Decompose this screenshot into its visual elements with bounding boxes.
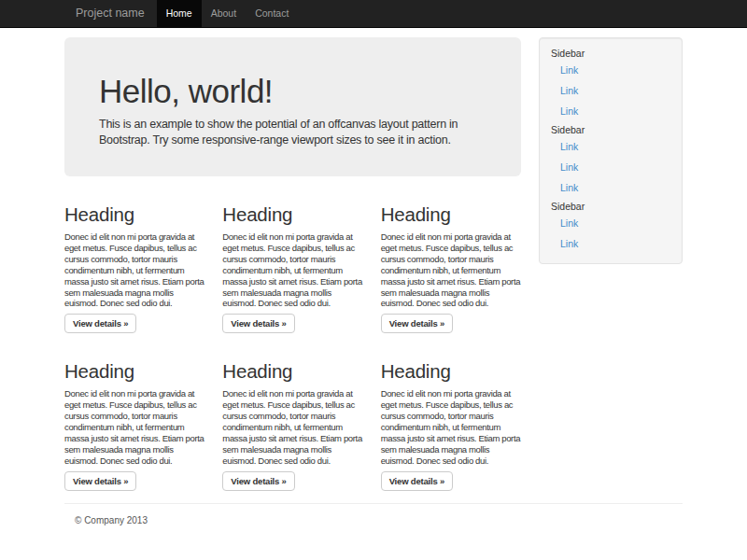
view-details-button-5[interactable]: View details » — [222, 471, 294, 491]
feature-body: Donec id elit non mi porta gravida at eg… — [64, 388, 205, 466]
feature-card-3: Heading Donec id elit non mi porta gravi… — [381, 203, 539, 333]
sidebar-group-2-header: Sidebar — [551, 124, 674, 136]
view-details-button-2[interactable]: View details » — [222, 314, 294, 333]
jumbotron: Hello, world! This is an example to show… — [64, 37, 521, 176]
feature-heading: Heading — [381, 359, 522, 383]
copyright-text: © Company 2013 — [64, 515, 683, 525]
view-details-button-3[interactable]: View details » — [381, 314, 453, 333]
view-details-button-4[interactable]: View details » — [64, 471, 136, 491]
sidebar-link-5[interactable]: Link — [551, 157, 674, 177]
sidebar-link-3[interactable]: Link — [551, 101, 674, 121]
feature-card-6: Heading Donec id elit non mi porta gravi… — [381, 359, 539, 490]
sidebar-link-4[interactable]: Link — [551, 136, 674, 157]
footer-divider — [64, 503, 683, 504]
feature-body: Donec id elit non mi porta gravida at eg… — [222, 231, 363, 309]
feature-card-5: Heading Donec id elit non mi porta gravi… — [222, 359, 380, 490]
feature-heading: Heading — [222, 203, 363, 226]
jumbotron-description: This is an example to show the potential… — [99, 117, 486, 148]
feature-card-4: Heading Donec id elit non mi porta gravi… — [64, 359, 222, 490]
feature-card-1: Heading Donec id elit non mi porta gravi… — [64, 203, 222, 333]
footer: © Company 2013 — [64, 515, 683, 525]
feature-heading: Heading — [64, 203, 205, 226]
navbar-menu: Home About Contact — [157, 0, 299, 27]
sidebar-link-2[interactable]: Link — [551, 80, 674, 101]
nav-item-contact[interactable]: Contact — [246, 0, 298, 27]
sidebar: Sidebar Link Link Link Sidebar Link Link… — [539, 28, 683, 491]
sidebar-link-6[interactable]: Link — [551, 177, 674, 198]
feature-row-1: Heading Donec id elit non mi porta gravi… — [64, 203, 539, 333]
feature-body: Donec id elit non mi porta gravida at eg… — [64, 231, 205, 309]
sidebar-link-8[interactable]: Link — [551, 233, 674, 254]
feature-card-2: Heading Donec id elit non mi porta gravi… — [222, 203, 380, 333]
feature-row-2: Heading Donec id elit non mi porta gravi… — [64, 359, 539, 490]
page-title: Hello, world! — [99, 73, 486, 110]
view-details-button-6[interactable]: View details » — [381, 471, 453, 491]
feature-heading: Heading — [64, 359, 205, 383]
main-content: Hello, world! This is an example to show… — [64, 28, 539, 491]
sidebar-link-7[interactable]: Link — [551, 213, 674, 233]
feature-body: Donec id elit non mi porta gravida at eg… — [381, 231, 522, 309]
feature-body: Donec id elit non mi porta gravida at eg… — [381, 388, 522, 466]
sidebar-group-3-header: Sidebar — [551, 201, 674, 213]
feature-body: Donec id elit non mi porta gravida at eg… — [222, 388, 363, 466]
brand-link[interactable]: Project name — [64, 0, 156, 27]
feature-heading: Heading — [222, 359, 363, 383]
feature-heading: Heading — [381, 203, 522, 226]
page-container: Hello, world! This is an example to show… — [64, 28, 683, 525]
sidebar-link-1[interactable]: Link — [551, 60, 674, 80]
sidebar-group-1-header: Sidebar — [551, 48, 674, 60]
nav-item-about[interactable]: About — [202, 0, 246, 27]
view-details-button-1[interactable]: View details » — [64, 314, 136, 333]
sidebar-nav: Sidebar Link Link Link Sidebar Link Link… — [551, 48, 674, 254]
navbar-container: Project name Home About Contact — [64, 0, 683, 27]
sidebar-well: Sidebar Link Link Link Sidebar Link Link… — [539, 37, 683, 264]
navbar: Project name Home About Contact — [0, 0, 747, 28]
nav-item-home[interactable]: Home — [157, 0, 202, 27]
